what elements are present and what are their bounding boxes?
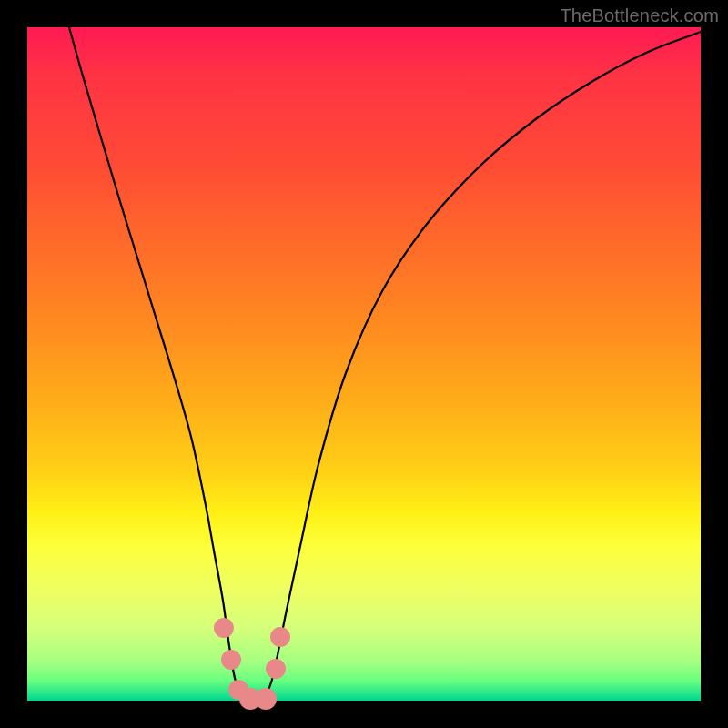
marker-pt1 <box>214 618 234 638</box>
bottleneck-curve <box>69 27 701 701</box>
plot-area <box>27 27 701 701</box>
marker-pt5 <box>255 688 277 710</box>
curve-markers <box>214 618 290 710</box>
marker-pt6 <box>266 659 286 679</box>
marker-pt7 <box>270 627 290 647</box>
curve-svg <box>27 27 701 701</box>
watermark-text: TheBottleneck.com <box>560 5 719 26</box>
marker-pt2 <box>221 650 241 670</box>
chart-frame: TheBottleneck.com <box>0 0 728 728</box>
